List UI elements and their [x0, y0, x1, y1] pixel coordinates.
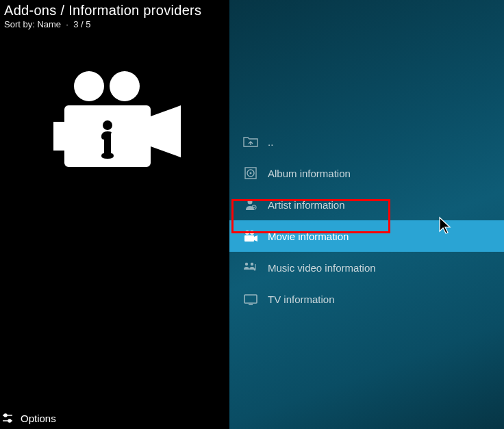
svg-point-22 — [4, 414, 7, 417]
svg-point-11 — [253, 207, 255, 208]
folder-up-icon — [243, 134, 258, 149]
position-indicator: 3 / 5 — [73, 19, 90, 29]
list-item[interactable]: Music video information — [229, 252, 504, 283]
artist-icon — [243, 197, 258, 212]
svg-point-1 — [110, 71, 140, 101]
list-item-label: Album information — [268, 168, 351, 179]
svg-point-16 — [245, 263, 248, 265]
list-item[interactable]: Album information — [229, 157, 504, 189]
sliders-icon — [1, 412, 14, 424]
album-icon — [243, 166, 258, 181]
list-item-label: TV information — [268, 294, 335, 305]
music-video-icon — [243, 260, 258, 275]
list-item[interactable]: Artist information — [229, 189, 504, 220]
svg-rect-3 — [53, 122, 64, 151]
page-header: Add-ons / Information providers Sort by:… — [4, 3, 201, 29]
svg-point-5 — [103, 120, 112, 130]
list-item[interactable]: TV information — [229, 283, 504, 315]
right-panel: ..Album informationArtist informationMov… — [229, 0, 504, 429]
svg-point-8 — [250, 172, 252, 174]
list-item-label: Artist information — [268, 199, 345, 211]
left-panel — [0, 0, 229, 429]
page-subtitle: Sort by: Name · 3 / 5 — [4, 19, 201, 29]
list-item-label: .. — [268, 136, 273, 148]
tv-icon — [243, 291, 258, 307]
page-title: Add-ons / Information providers — [4, 3, 201, 18]
sort-label: Sort by: Name — [4, 19, 61, 29]
list-item-label: Music video information — [268, 262, 376, 274]
svg-rect-19 — [244, 295, 257, 303]
separator: · — [64, 19, 73, 29]
options-button[interactable]: Options — [1, 412, 56, 424]
svg-point-18 — [254, 269, 256, 271]
svg-point-9 — [248, 200, 253, 205]
addon-category-list: ..Album informationArtist informationMov… — [229, 126, 504, 315]
svg-rect-14 — [244, 235, 254, 242]
svg-marker-15 — [254, 235, 257, 242]
svg-point-13 — [250, 231, 254, 235]
category-movie-info-icon — [47, 68, 184, 178]
movie-icon — [243, 229, 258, 244]
list-item[interactable]: .. — [229, 126, 504, 157]
options-label: Options — [21, 413, 56, 424]
svg-point-0 — [74, 71, 104, 101]
svg-point-12 — [245, 231, 249, 235]
list-item[interactable]: Movie information — [229, 220, 504, 252]
svg-point-17 — [251, 263, 253, 265]
list-item-label: Movie information — [268, 231, 349, 242]
svg-point-24 — [8, 419, 11, 422]
svg-marker-4 — [151, 105, 181, 157]
